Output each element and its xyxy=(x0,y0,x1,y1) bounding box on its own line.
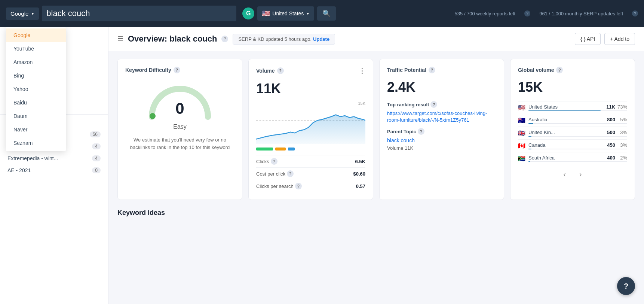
global-pagination: ‹ › xyxy=(518,165,627,180)
country-row-au: 🇦🇺 Australia 800 5% xyxy=(518,114,627,127)
parent-topic-volume: Volume 11K xyxy=(387,145,496,151)
volume-help-icon[interactable]: ? xyxy=(277,67,284,74)
search-button[interactable]: 🔍 xyxy=(317,6,336,21)
us-value: 11K xyxy=(602,104,615,110)
country-selector[interactable]: 🇺🇸 United States ▼ xyxy=(257,6,314,21)
cpc-value: $0.60 xyxy=(353,171,365,177)
uk-pct: 3% xyxy=(615,130,627,135)
au-bar-wrap xyxy=(528,123,627,124)
cps-help-icon[interactable]: ? xyxy=(295,183,302,189)
parent-topic-help-icon[interactable]: ? xyxy=(418,128,424,135)
ca-bar xyxy=(528,149,531,149)
engine-dropdown-menu: Google YouTube Amazon Bing Yahoo Baidu D… xyxy=(6,27,66,151)
traffic-help-icon[interactable]: ? xyxy=(429,67,435,73)
ca-bar-wrap xyxy=(528,149,627,149)
dropdown-item-youtube[interactable]: YouTube xyxy=(6,42,66,55)
top-result-help-icon[interactable]: ? xyxy=(430,101,437,108)
country-row-za: 🇿🇦 South Africa 400 2% xyxy=(518,152,627,165)
cps-value: 0.57 xyxy=(356,183,365,189)
app-body: Ideas Terms Questions By domains By page… xyxy=(0,27,644,304)
dropdown-item-seznam[interactable]: Seznam xyxy=(6,136,66,150)
country-arrow-icon: ▼ xyxy=(306,12,310,16)
dropdown-item-amazon[interactable]: Amazon xyxy=(6,55,66,69)
top-result-url[interactable]: https://www.target.com/c/sofas-couches-l… xyxy=(387,110,496,124)
za-bar xyxy=(528,161,530,162)
weekly-reports-stat: 535 / 700 weekly reports left xyxy=(455,10,516,16)
kd-card-title: Keyword Difficulty ? xyxy=(125,67,234,73)
uk-value: 500 xyxy=(602,130,615,135)
ca-pct: 3% xyxy=(615,142,627,148)
dropdown-item-daum[interactable]: Daum xyxy=(6,109,66,123)
volume-bar-indicators xyxy=(256,148,365,151)
overview-title: Overview: black couch xyxy=(128,34,217,44)
bar-orange xyxy=(275,148,286,151)
parent-topic-label: Parent Topic ? xyxy=(387,128,496,135)
dropdown-arrow-icon: ▼ xyxy=(31,12,34,16)
ca-name: Canada xyxy=(528,142,602,148)
za-value: 400 xyxy=(602,155,615,161)
volume-card: Volume ? ⋮ 11K 15K xyxy=(248,59,373,200)
au-name: Australia xyxy=(528,117,602,122)
dropdown-item-bing[interactable]: Bing xyxy=(6,69,66,82)
global-volume-card: Global volume ? 15K 🇺🇸 United States 11K… xyxy=(510,59,635,200)
question-icon-weekly: ? xyxy=(524,10,530,16)
volume-chart-svg xyxy=(256,106,365,144)
uk-flag: 🇬🇧 xyxy=(518,130,525,137)
volume-card-title: Volume ? ⋮ xyxy=(256,67,365,75)
global-help-icon[interactable]: ? xyxy=(556,67,563,73)
bar-blue xyxy=(288,148,295,151)
volume-more-icon[interactable]: ⋮ xyxy=(359,67,365,75)
grammarly-icon: G xyxy=(242,7,254,19)
sidebar-list-item-extremepedia[interactable]: Extremepedia - wint... 4 xyxy=(0,152,108,164)
au-pct: 5% xyxy=(615,117,627,122)
clicks-value: 6.5K xyxy=(355,159,365,164)
keyword-ideas-title: Keyword ideas xyxy=(117,209,635,217)
dropdown-item-baidu[interactable]: Baidu xyxy=(6,96,66,109)
volume-chart xyxy=(256,106,365,144)
keyword-ideas-section: Keyword ideas xyxy=(108,207,644,229)
dropdown-item-google[interactable]: Google xyxy=(6,28,66,42)
prev-page-button[interactable]: ‹ xyxy=(560,168,569,180)
main-content: ☰ Overview: black couch ? SERP & KD upda… xyxy=(108,27,644,304)
nav-stats: 535 / 700 weekly reports left ? 961 / 1,… xyxy=(455,10,638,16)
za-pct: 2% xyxy=(615,155,627,161)
serp-status-text: SERP & KD updated 5 hours ago. xyxy=(238,36,312,42)
search-input[interactable] xyxy=(46,9,232,18)
us-pct: 73% xyxy=(615,104,627,110)
au-flag: 🇦🇺 xyxy=(518,117,525,124)
global-card-title: Global volume ? xyxy=(518,67,627,73)
header-actions: { } API + Add to xyxy=(575,33,635,45)
za-name: South Africa xyxy=(528,155,602,161)
next-page-button[interactable]: › xyxy=(576,168,585,180)
clicks-help-icon[interactable]: ? xyxy=(271,158,277,165)
sidebar-list-item-ae2021[interactable]: AE - 2021 0 xyxy=(0,164,108,176)
ca-value: 450 xyxy=(602,142,615,148)
us-name: United States xyxy=(528,104,602,110)
dropdown-item-yahoo[interactable]: Yahoo xyxy=(6,82,66,96)
volume-value: 11K xyxy=(256,81,365,97)
update-link[interactable]: Update xyxy=(313,36,329,42)
clicks-row: Clicks ? 6.5K xyxy=(256,155,365,167)
hamburger-icon[interactable]: ☰ xyxy=(117,35,123,43)
overview-header: ☰ Overview: black couch ? SERP & KD upda… xyxy=(108,27,644,51)
au-bar xyxy=(528,123,533,124)
cards-area: Keyword Difficulty ? 0 xyxy=(108,51,644,207)
kd-score: 0 xyxy=(175,100,184,118)
parent-topic-value[interactable]: black couch xyxy=(387,137,415,143)
add-to-button[interactable]: + Add to xyxy=(604,33,635,45)
uk-bar-wrap xyxy=(528,136,627,137)
cpc-help-icon[interactable]: ? xyxy=(287,170,294,177)
ca-flag: 🇨🇦 xyxy=(518,142,525,149)
uk-bar xyxy=(528,136,531,137)
za-flag: 🇿🇦 xyxy=(518,155,525,162)
dropdown-item-naver[interactable]: Naver xyxy=(6,123,66,136)
country-label: United States xyxy=(272,10,304,16)
search-engine-dropdown[interactable]: Google ▼ xyxy=(6,7,39,20)
country-row-uk: 🇬🇧 United Kin... 500 3% xyxy=(518,127,627,139)
kd-help-icon[interactable]: ? xyxy=(174,67,180,73)
overview-help-icon[interactable]: ? xyxy=(221,36,228,42)
api-button[interactable]: { } API xyxy=(575,33,601,45)
svg-point-0 xyxy=(150,113,156,119)
help-fab-button[interactable]: ? xyxy=(617,277,635,295)
kd-gauge-wrap: 0 Easy We estimate that you'll need very… xyxy=(125,79,234,155)
